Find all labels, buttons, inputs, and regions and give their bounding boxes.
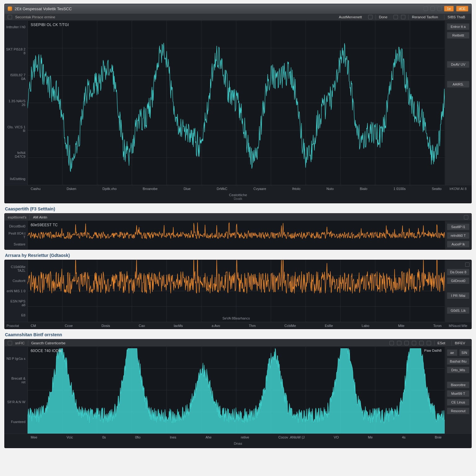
panel-b-plot[interactable]: 60eS9EEST TC bbox=[28, 221, 445, 249]
panel-c: C10di08e TAZL Coultortt enN MiS 1 0 ESN … bbox=[4, 260, 472, 329]
btn-a-1[interactable]: Reittettt bbox=[447, 32, 469, 39]
ytick: Svatare bbox=[7, 242, 25, 246]
play-icon[interactable] bbox=[437, 7, 442, 11]
xtick: retive bbox=[241, 435, 249, 439]
panel-c-xaxis: Prasolat CMCcoeDosisCaolaoMsa AvoThmCcbl… bbox=[5, 322, 471, 329]
panel-d-axistitle: Dnas bbox=[5, 440, 471, 448]
xtick: lhtolo bbox=[292, 187, 300, 191]
eye-icon[interactable] bbox=[419, 341, 424, 345]
panel-a-tab-3[interactable]: SIBS ThaB bbox=[444, 15, 468, 20]
section-c-title: Arrsara hy Resriettur (Gdtaosk) bbox=[5, 253, 472, 258]
btn-d-3[interactable]: Msel99 T bbox=[447, 390, 469, 397]
btn-d-4[interactable]: CE Linus bbox=[447, 399, 469, 406]
ytick: ESN NPS a8 bbox=[7, 299, 25, 307]
btn-d-0[interactable]: Bashat lNu bbox=[447, 358, 469, 365]
panel-a-xaxis: CashuDskenDpitk.vhoBroanobeDiueDrMkCCvya… bbox=[5, 185, 471, 192]
btn-c-3[interactable]: G0dS. Lik bbox=[447, 307, 469, 314]
panel-d-rlabel-1[interactable]: BIFEV bbox=[452, 341, 468, 346]
btn-d-1[interactable]: Drto_MIs bbox=[447, 367, 469, 373]
panel-a-titlebar: 2Eit Gespessat Vollettk TesSCC 1e dCE bbox=[5, 4, 471, 13]
ytick: N0 P Igr1a s bbox=[7, 357, 25, 360]
panel-a-tab-1[interactable]: Done bbox=[376, 15, 391, 20]
chart-icon[interactable] bbox=[430, 7, 435, 11]
panel-c-plot[interactable]: SeVA 8Bearhancs bbox=[28, 260, 445, 322]
bars-icon[interactable] bbox=[397, 341, 401, 345]
panel-a-accent-2[interactable]: dCE bbox=[456, 6, 468, 11]
btn-b-2[interactable]: AuceP lk bbox=[447, 241, 469, 248]
xtick: Mee bbox=[31, 435, 37, 439]
btn-a-0[interactable]: Entror tt a bbox=[447, 23, 469, 30]
btn-a-2[interactable]: DeAV UV bbox=[447, 61, 469, 68]
cog-icon[interactable] bbox=[412, 341, 416, 345]
panel-a-tab-0[interactable]: AustMervenett bbox=[336, 15, 365, 20]
panel-a-tab-2[interactable]: Reranod Taofion bbox=[408, 15, 441, 20]
ytick: Brecatt & ret bbox=[7, 377, 25, 384]
btn-c-2[interactable]: I PR IWai bbox=[447, 292, 469, 299]
panel-b-sidebar: SastllP l1 relndtti0 T AuceP lk bbox=[445, 221, 471, 249]
xsub: Doatk bbox=[5, 197, 471, 201]
xtick: Dsken bbox=[67, 187, 76, 191]
edit-icon[interactable] bbox=[394, 15, 398, 19]
xtick: Thm bbox=[249, 324, 256, 328]
ytick: Fuanteed bbox=[7, 420, 25, 424]
ytick: Inttrulter I h0 bbox=[6, 25, 25, 29]
ytick: enN MiS 1 0 bbox=[7, 289, 25, 293]
doc-icon[interactable] bbox=[368, 15, 372, 19]
grid-icon[interactable] bbox=[404, 341, 409, 345]
btn-b-1[interactable]: relndtti0 T bbox=[447, 232, 469, 239]
xtick: Diue bbox=[184, 187, 191, 191]
panel-a-plot[interactable]: SSEPIBI OL CK T/TGI bbox=[28, 21, 445, 185]
btn-c-1[interactable]: GilDroot0 bbox=[447, 277, 469, 284]
panel-c-xtitle: SeVA 8Bearhancs bbox=[223, 316, 250, 320]
toggle-icon[interactable] bbox=[424, 7, 428, 11]
btn-b-0[interactable]: SastllP l1 bbox=[447, 223, 469, 230]
xtitle: Ceatottiche bbox=[229, 193, 247, 197]
xtick: Cao bbox=[139, 324, 145, 328]
panel-b-subbar: espittionet's AM Aintn bbox=[5, 214, 471, 221]
btn-c-0[interactable]: Da Doee 8 bbox=[447, 269, 469, 275]
panel-d-sub-title[interactable]: Gearcth Catrerticerbe bbox=[28, 341, 69, 346]
box-icon[interactable] bbox=[390, 341, 394, 345]
panel-d-chartbody: N0 P Igr1a s Brecatt & ret SIf R A:N W F… bbox=[5, 347, 471, 434]
xtick: DrMkC bbox=[217, 187, 227, 191]
split-icon[interactable] bbox=[427, 341, 431, 345]
list-icon[interactable] bbox=[8, 15, 12, 19]
panel-d-sidebar: ae SIN Bashat lNu Drto_MIs Biaorottre Ms… bbox=[445, 347, 471, 434]
menu-icon[interactable] bbox=[8, 341, 12, 345]
btn-d-top-0[interactable]: ae bbox=[447, 349, 457, 356]
ytick: 1.3S NAVS 26 bbox=[6, 99, 25, 107]
ytick: IivElsttting bbox=[6, 177, 25, 181]
xgutter-r bbox=[445, 434, 471, 440]
xtick: Tcron bbox=[433, 324, 442, 328]
xtick: Ccoe bbox=[65, 324, 73, 328]
panel-d-xaxis: MeeVcic0s0fioInesAheretiveCocov .ANtoW (… bbox=[5, 434, 471, 440]
panel-a-chartbody: Inttrulter I h0 SKT PI518 2 8 I500L82 7 … bbox=[5, 21, 471, 185]
xtick: VO bbox=[334, 435, 339, 439]
btn-d-top-1[interactable]: SIN bbox=[459, 349, 470, 356]
panel-b-sub-title[interactable]: AM Aintn bbox=[29, 215, 50, 220]
ytick: E8 bbox=[7, 313, 25, 317]
chevron-down-icon[interactable] bbox=[464, 215, 468, 219]
panel-a-accent-1[interactable]: 1e bbox=[444, 6, 453, 11]
xtick: Bialo bbox=[360, 187, 367, 191]
xtick: 0s bbox=[102, 435, 106, 439]
close-icon[interactable] bbox=[465, 262, 469, 267]
xtick: Broanobe bbox=[143, 187, 158, 191]
panel-a-subbar-title: Secomtak Pirrace ermine bbox=[15, 15, 55, 19]
ytick: OIs. VICS 1 R bbox=[6, 125, 25, 133]
ytick: SIf R A:N W bbox=[7, 400, 25, 404]
panel-b-sub-left: espittionet's bbox=[8, 215, 26, 219]
save-icon[interactable] bbox=[401, 15, 405, 19]
ytick: Peslt tIO4.t T bbox=[7, 231, 25, 239]
xtick: Nuto bbox=[327, 187, 334, 191]
panel-a-title: 2Eit Gespessat Vollettk TesSCC bbox=[15, 7, 72, 11]
btn-d-5[interactable]: Resoonut bbox=[447, 408, 469, 414]
panel-d: snFIC Gearcth Catrerticerbe ESet BIFEV N… bbox=[4, 339, 472, 448]
btn-a-3[interactable]: AAIRS. bbox=[447, 81, 469, 88]
btn-d-2[interactable]: Biaorottre bbox=[447, 381, 469, 388]
xgutter-l bbox=[5, 434, 28, 440]
panel-d-plot[interactable]: 60OCE 740 IODM Paw Dath8 bbox=[28, 347, 445, 434]
app-logo-icon bbox=[8, 7, 12, 11]
panel-d-rlabel-0[interactable]: ESet bbox=[434, 341, 448, 346]
panel-b-inner-title: 60eS9EEST TC bbox=[31, 223, 58, 227]
